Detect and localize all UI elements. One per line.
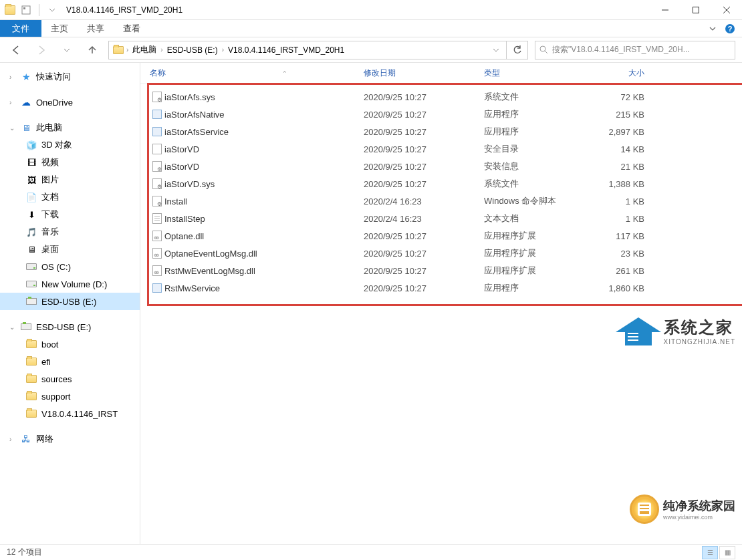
minimize-button[interactable]	[650, 0, 681, 20]
file-row[interactable]: OptaneEventLogMsg.dll2020/9/25 10:27应用程序…	[140, 245, 742, 262]
sidebar-thispc[interactable]: ⌄🖥此电脑	[0, 119, 140, 136]
search-input[interactable]: 搜索"V18.0.4.1146_IRST_VMD_20H...	[535, 41, 735, 59]
breadcrumb-dropdown-icon[interactable]	[489, 47, 503, 53]
ribbon-expand-icon[interactable]	[709, 25, 717, 33]
file-date: 2020/9/25 10:27	[364, 162, 484, 172]
sidebar-folder-support[interactable]: support	[0, 388, 140, 405]
cube-icon: 🧊	[25, 139, 37, 151]
sidebar-label: 图片	[41, 174, 59, 186]
file-row[interactable]: iaStorVD.sys2020/9/25 10:27系统文件1,388 KB	[140, 175, 742, 192]
sidebar-onedrive[interactable]: ›☁OneDrive	[0, 94, 140, 111]
sidebar-desktop[interactable]: 🖥桌面	[0, 241, 140, 258]
breadcrumb[interactable]: › 此电脑 › ESD-USB (E:) › V18.0.4.1146_IRST…	[108, 41, 507, 59]
sidebar-quickaccess[interactable]: ›★快速访问	[0, 68, 140, 86]
file-row[interactable]: RstMwService2020/9/25 10:27应用程序1,860 KB	[140, 279, 742, 297]
breadcrumb-item[interactable]: 此电脑	[130, 44, 159, 55]
sidebar-label: sources	[41, 374, 72, 384]
file-date: 2020/9/25 10:27	[364, 110, 484, 120]
column-type[interactable]: 类型	[484, 67, 584, 79]
sidebar-documents[interactable]: 📄文档	[0, 188, 140, 206]
file-tab[interactable]: 文件	[0, 20, 41, 37]
sidebar-label: support	[41, 392, 70, 402]
file-name: InstallStep	[164, 214, 364, 224]
sidebar-pictures[interactable]: 🖼图片	[0, 171, 140, 188]
navbar: › 此电脑 › ESD-USB (E:) › V18.0.4.1146_IRST…	[0, 37, 742, 63]
watermark-text: 纯净系统家园	[663, 498, 735, 514]
sidebar-folder-boot[interactable]: boot	[0, 335, 140, 353]
help-icon[interactable]: ?	[725, 23, 735, 34]
desktop-icon: 🖥	[25, 243, 37, 255]
file-row[interactable]: iaStorAfsNative2020/9/25 10:27应用程序215 KB	[140, 106, 742, 123]
file-type-icon	[150, 110, 164, 119]
file-date: 2020/9/25 10:27	[364, 144, 484, 154]
chevron-right-icon[interactable]: ›	[221, 46, 225, 53]
file-view: 名称⌃ 修改日期 类型 大小 iaStorAfs.sys2020/9/25 10…	[140, 63, 742, 544]
breadcrumb-item[interactable]: ESD-USB (E:)	[164, 45, 221, 55]
file-type-icon	[150, 283, 164, 293]
file-row[interactable]: iaStorAfsService2020/9/25 10:27应用程序2,897…	[140, 123, 742, 140]
sidebar-label: 网络	[36, 433, 53, 445]
qat-properties-icon[interactable]	[19, 3, 33, 17]
close-button[interactable]	[711, 0, 742, 20]
column-date[interactable]: 修改日期	[364, 67, 484, 79]
chevron-right-icon[interactable]: ›	[125, 46, 130, 53]
search-placeholder: 搜索"V18.0.4.1146_IRST_VMD_20H...	[552, 44, 690, 55]
file-size: 23 KB	[584, 249, 644, 259]
qat-dropdown-icon[interactable]	[45, 3, 59, 17]
svg-rect-3	[693, 7, 699, 13]
file-name: OptaneEventLogMsg.dll	[164, 249, 364, 259]
sidebar-music[interactable]: 🎵音乐	[0, 223, 140, 241]
tab-home[interactable]: 主页	[41, 20, 78, 37]
file-row[interactable]: RstMwEventLogMsg.dll2020/9/25 10:27应用程序扩…	[140, 262, 742, 279]
sidebar-label: boot	[41, 339, 58, 349]
pc-icon: 🖥	[20, 122, 32, 134]
file-row[interactable]: Optane.dll2020/9/25 10:27应用程序扩展117 KB	[140, 227, 742, 245]
file-size: 14 KB	[584, 144, 644, 154]
sidebar-folder-sources[interactable]: sources	[0, 370, 140, 388]
file-type: Windows 命令脚本	[484, 195, 584, 207]
refresh-button[interactable]	[507, 41, 528, 59]
folder-icon	[25, 338, 37, 350]
recent-dropdown-icon[interactable]	[57, 41, 76, 59]
drive-icon	[25, 261, 37, 273]
file-list: iaStorAfs.sys2020/9/25 10:27系统文件72 KBiaS…	[140, 84, 742, 297]
up-button[interactable]	[83, 41, 102, 59]
breadcrumb-item[interactable]: V18.0.4.1146_IRST_VMD_20H1	[225, 45, 347, 55]
tab-view[interactable]: 查看	[114, 20, 150, 37]
view-icons-button[interactable]: ▦	[719, 546, 735, 559]
drive-icon	[25, 278, 37, 290]
sidebar-videos[interactable]: 🎞视频	[0, 154, 140, 171]
sidebar-drive-d[interactable]: New Volume (D:)	[0, 275, 140, 293]
file-row[interactable]: Install2020/2/4 16:23Windows 命令脚本1 KB	[140, 192, 742, 210]
forward-button[interactable]	[32, 41, 51, 59]
back-button[interactable]	[7, 41, 25, 59]
file-name: iaStorAfsNative	[164, 110, 364, 120]
column-name[interactable]: 名称⌃	[150, 67, 364, 79]
file-row[interactable]: InstallStep2020/2/4 16:23文本文档1 KB	[140, 210, 742, 227]
view-details-button[interactable]: ☰	[702, 546, 718, 559]
column-size[interactable]: 大小	[584, 67, 644, 79]
sidebar-downloads[interactable]: ⬇下载	[0, 206, 140, 223]
chevron-right-icon[interactable]: ›	[159, 46, 164, 53]
window-title: V18.0.4.1146_IRST_VMD_20H1	[62, 5, 650, 15]
file-row[interactable]: iaStorVD2020/9/25 10:27安装信息21 KB	[140, 158, 742, 175]
sidebar-folder-irst[interactable]: V18.0.4.1146_IRST	[0, 405, 140, 422]
star-icon: ★	[20, 71, 32, 83]
sidebar-label: 3D 对象	[41, 139, 72, 151]
watermark-1: 系统之家XITONGZHIJIA.NET	[618, 317, 736, 345]
sidebar-label: ESD-USB (E:)	[41, 297, 96, 307]
file-row[interactable]: iaStorVD2020/9/25 10:27安全目录14 KB	[140, 140, 742, 158]
tab-share[interactable]: 共享	[78, 20, 114, 37]
sidebar-network[interactable]: ›🖧网络	[0, 430, 140, 448]
maximize-button[interactable]	[681, 0, 711, 20]
sidebar-esd-root[interactable]: ⌄ESD-USB (E:)	[0, 318, 140, 335]
sidebar-drive-e[interactable]: ESD-USB (E:)	[0, 293, 140, 310]
file-date: 2020/2/4 16:23	[364, 196, 484, 206]
file-date: 2020/9/25 10:27	[364, 266, 484, 276]
file-name: iaStorVD	[164, 144, 364, 154]
sidebar-drive-c[interactable]: OS (C:)	[0, 258, 140, 275]
sidebar-3dobjects[interactable]: 🧊3D 对象	[0, 136, 140, 154]
sidebar-folder-efi[interactable]: efi	[0, 353, 140, 370]
titlebar: V18.0.4.1146_IRST_VMD_20H1	[0, 0, 742, 20]
file-row[interactable]: iaStorAfs.sys2020/9/25 10:27系统文件72 KB	[140, 88, 742, 106]
